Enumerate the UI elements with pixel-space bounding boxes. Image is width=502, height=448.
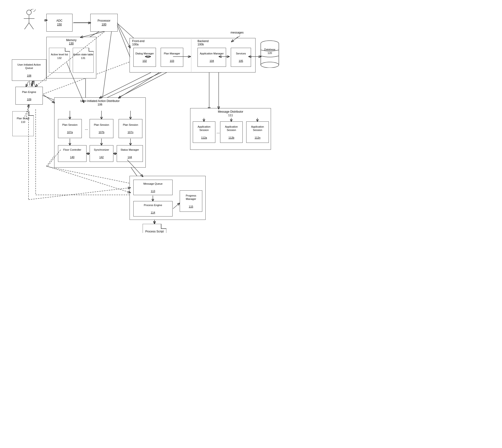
dialog-manager-box: Dialog Manager 102: [133, 48, 156, 67]
message-distributor-outer: Message Distributor 111 Application Sess…: [190, 108, 271, 150]
svg-line-76: [119, 72, 159, 98]
services-box: Services 105: [231, 48, 251, 67]
svg-line-24: [46, 166, 140, 185]
svg-line-73: [117, 23, 130, 48]
user-person-icon: [23, 9, 36, 31]
svg-point-49: [34, 11, 34, 12]
adc-box: ADC 150: [46, 14, 72, 32]
svg-line-75: [100, 72, 151, 98]
progress-manager-box: Progress Manager 115: [180, 190, 202, 212]
plan-engine-box: Plan Engine 109: [16, 87, 43, 105]
svg-line-84: [26, 81, 29, 86]
plan-script-box: Plan Script 110: [12, 111, 34, 137]
svg-line-92: [48, 166, 130, 192]
svg-line-10: [102, 70, 166, 100]
processor-box: Processor 100: [90, 14, 118, 32]
message-queue-box: Message Queue 113: [133, 180, 173, 195]
plan-session-b-box: Plan Session 107b: [90, 119, 113, 138]
frontend-backend-outer: Front-end 100a Backend 100b Dialog Manag…: [130, 38, 256, 72]
session-dots-1: ···: [85, 128, 88, 132]
application-manager-box: Application Manager 104: [197, 48, 226, 67]
user-action-queue-box: User-Initiated Action Queue 108: [12, 59, 46, 81]
action-state-table-box: Action state table 131: [73, 48, 94, 73]
svg-point-56: [261, 62, 279, 68]
memory-title: Memory 130: [47, 38, 96, 45]
active-level-list-box: Active level list 132: [49, 48, 70, 73]
uiad-label: User-Initiated Action Distributor 106: [54, 99, 146, 106]
svg-point-50: [35, 10, 35, 11]
memory-outer-box: Memory 130 Active level list 132 Action …: [46, 37, 96, 79]
uiad-outer-box: User-Initiated Action Distributor 106 Pl…: [54, 97, 146, 168]
messages-label: messages: [230, 31, 244, 34]
svg-line-86: [43, 95, 54, 103]
plan-manager-box: Plan Manager 103: [161, 48, 183, 67]
process-engine-box: Process Engine 114: [133, 201, 173, 217]
svg-point-51: [35, 9, 36, 10]
svg-line-72: [81, 32, 104, 37]
svg-line-46: [29, 23, 33, 29]
svg-line-11: [114, 70, 171, 100]
database-box: Database 120: [260, 39, 279, 68]
svg-line-90: [29, 188, 130, 200]
status-manager-box: Status Manager 144: [117, 145, 143, 162]
session-dots-2: ···: [217, 131, 220, 135]
app-session-a-box: Application Session 112a: [193, 121, 215, 143]
backend-label: Backend 100b: [197, 39, 209, 46]
process-area-outer: Message Queue 113 Process Engine 114 Pro…: [130, 176, 206, 220]
svg-line-47: [30, 9, 33, 10]
plan-session-n-box: Plan Session 107n: [119, 119, 142, 138]
synchronizer-box: Synchronizer 142: [90, 145, 113, 162]
floor-controller-box: Floor Controller 140: [58, 145, 86, 162]
plan-session-a-box: Plan Session 107a: [58, 119, 82, 138]
svg-line-85: [31, 81, 33, 86]
svg-line-3: [102, 30, 112, 100]
svg-line-69: [173, 203, 179, 209]
diagram-container: ADC 150 Processor 100 Memory 130 Active …: [0, 0, 285, 233]
svg-point-42: [27, 10, 31, 15]
app-session-b-box: Application Session 112b: [220, 121, 243, 143]
frontend-label: Front-end 100a: [132, 39, 145, 46]
svg-line-74: [117, 25, 130, 57]
svg-line-45: [24, 23, 29, 29]
process-script-box: Process Script 116: [143, 224, 166, 233]
message-distributor-label: Message Distributor 111: [190, 110, 271, 117]
app-session-n-box: Application Session 112n: [246, 121, 269, 143]
